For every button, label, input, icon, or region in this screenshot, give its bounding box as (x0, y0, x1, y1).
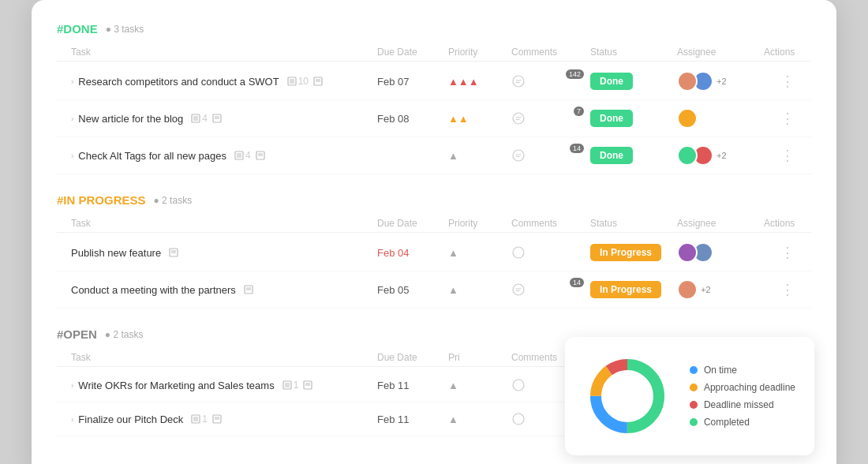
due-date: Feb 05 (377, 284, 448, 296)
assignee-cell: +2 (677, 279, 764, 300)
column-header: Task (71, 47, 377, 58)
section-header: #IN PROGRESS ● 2 tasks (57, 193, 811, 207)
actions-menu[interactable]: ⋮ (764, 110, 811, 127)
due-date: Feb 08 (377, 113, 448, 125)
status-badge: Done (590, 147, 677, 164)
column-header: Due Date (377, 47, 448, 58)
svg-point-47 (513, 413, 524, 425)
chevron-icon[interactable]: › (71, 114, 73, 123)
task-name-cell: ›New article for the blog 4 (71, 113, 377, 125)
due-date: Feb 07 (377, 76, 448, 88)
column-header: Due Date (377, 218, 448, 229)
chevron-icon[interactable]: › (71, 152, 73, 160)
comment-badge: 142 (566, 69, 584, 79)
status-text: In Progress (590, 244, 661, 261)
legend-label: On time (704, 365, 737, 376)
status-badge: In Progress (590, 281, 677, 298)
priority: ▲ (448, 150, 511, 162)
legend-label: Deadline missed (704, 399, 774, 410)
legend-dot (690, 418, 698, 426)
actions-menu[interactable]: ⋮ (764, 147, 811, 164)
comment-badge: 14 (570, 144, 584, 153)
actions-menu[interactable]: ⋮ (764, 281, 811, 298)
column-header: Status (590, 218, 677, 229)
section-count: ● 2 tasks (154, 195, 193, 206)
avatar-count: +2 (716, 151, 727, 160)
legend-item: Deadline missed (690, 399, 795, 410)
task-name-cell: ›Check Alt Tags for all new pages 4 (71, 150, 377, 162)
section-title: #IN PROGRESS (57, 193, 146, 207)
legend-dot (690, 384, 698, 391)
task-name-cell: ›Write OKRs for Marketing and Sales team… (71, 380, 377, 391)
table-header: TaskDue DatePriorityCommentsStatusAssign… (57, 43, 811, 62)
due-date: Feb 11 (377, 413, 448, 425)
legend-item: Completed (690, 417, 795, 428)
status-text: Done (590, 73, 633, 90)
doc-icon (212, 114, 222, 123)
actions-menu[interactable]: ⋮ (764, 73, 811, 90)
priority: ▲ (448, 413, 511, 425)
avatar (677, 279, 698, 300)
table-row: Conduct a meeting with the partners Feb … (57, 271, 811, 309)
due-date: Feb 11 (377, 380, 448, 391)
assignee-cell: +2 (677, 71, 764, 92)
chevron-icon[interactable]: › (71, 77, 73, 86)
avatar (677, 242, 698, 263)
task-name-cell: ›Research competitors and conduct a SWOT… (71, 76, 377, 88)
column-header: Due Date (377, 352, 448, 363)
column-header: Task (71, 352, 377, 363)
doc-icon (256, 151, 265, 160)
chevron-icon[interactable]: › (71, 415, 73, 424)
actions-menu[interactable]: ⋮ (764, 244, 811, 261)
svg-point-23 (513, 150, 524, 161)
task-name-cell: Conduct a meeting with the partners (71, 284, 377, 296)
status-text: In Progress (590, 281, 661, 298)
task-name-cell: ›Finalize our Pitch Deck 1 (71, 413, 377, 425)
comment-badge: 14 (570, 278, 584, 287)
section-count: ● 2 tasks (105, 329, 144, 340)
assignee-cell: +2 (677, 145, 764, 166)
column-header: Priority (448, 47, 511, 58)
column-header: Comments (511, 218, 590, 229)
main-card: #DONE ● 3 tasks TaskDue DatePriorityComm… (32, 0, 836, 464)
subtask-count: 4 (191, 113, 208, 124)
svg-point-15 (513, 113, 524, 124)
avatar-count: +2 (716, 77, 727, 86)
legend-item: On time (690, 365, 795, 376)
task-name-text: Research competitors and conduct a SWOT (78, 76, 279, 88)
svg-point-31 (513, 284, 524, 295)
subtask-count: 1 (191, 413, 208, 425)
table-row: ›New article for the blog 4 Feb 08▲▲ 7 D… (57, 100, 811, 137)
legend-label: Completed (704, 417, 750, 428)
subtask-count: 4 (234, 150, 251, 161)
comments: 14 (511, 283, 590, 297)
task-name-text: New article for the blog (78, 113, 183, 125)
doc-icon (169, 248, 178, 257)
table-row: ›Check Alt Tags for all new pages 4 ▲ 14… (57, 137, 811, 174)
task-name-text: Check Alt Tags for all new pages (78, 150, 226, 162)
avatar (677, 145, 698, 166)
column-header: Actions (764, 218, 811, 229)
status-badge: Done (590, 73, 677, 90)
section-done: #DONE ● 3 tasks TaskDue DatePriorityComm… (57, 22, 811, 174)
svg-point-7 (513, 76, 524, 87)
legend-item: Approaching deadline (690, 382, 795, 393)
priority: ▲▲▲ (448, 76, 511, 88)
section-title: #OPEN (57, 327, 97, 341)
table-row: ›Research competitors and conduct a SWOT… (57, 63, 811, 100)
chevron-icon[interactable]: › (71, 381, 73, 390)
comments (511, 245, 590, 260)
legend-dot (690, 401, 698, 409)
status-badge: Done (590, 110, 677, 127)
comments: 14 (511, 148, 590, 163)
section-title: #DONE (57, 22, 98, 36)
status-text: Done (590, 147, 633, 164)
priority: ▲ (448, 284, 511, 296)
task-name-text: Conduct a meeting with the partners (71, 284, 236, 296)
task-name-text: Finalize our Pitch Deck (78, 413, 183, 425)
column-header: Status (590, 47, 677, 58)
comment-badge: 7 (574, 107, 584, 116)
assignee-cell (677, 108, 764, 129)
chart-overlay: On timeApproaching deadlineDeadline miss… (565, 337, 814, 455)
assignee-cell (677, 242, 764, 263)
